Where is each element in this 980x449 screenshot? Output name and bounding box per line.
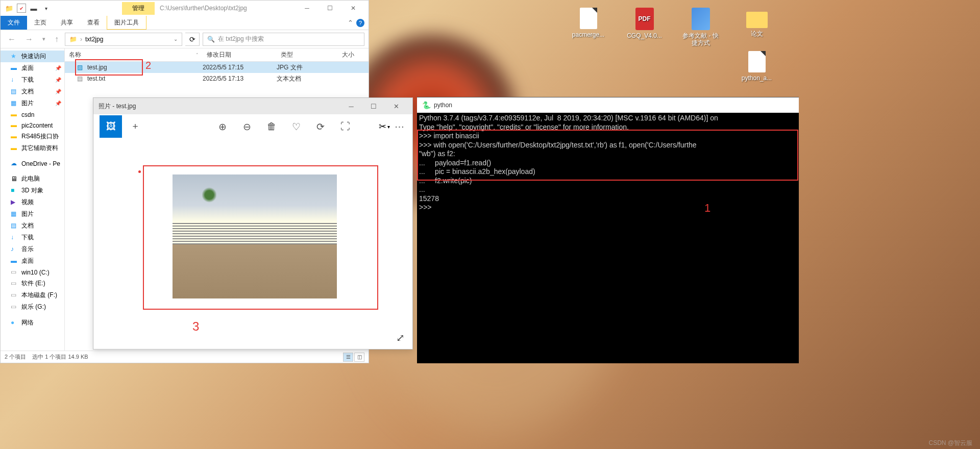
sidebar-icon: [11, 198, 18, 206]
rotate-icon[interactable]: ⟳: [309, 115, 332, 138]
col-name[interactable]: 名称˄: [65, 51, 203, 59]
sidebar-item[interactable]: 图片: [1, 208, 64, 220]
photos-window[interactable]: 照片 - test.jpg ─ ☐ ✕ 🖼 + ⊕ ⊖ 🗑 ♡ ⟳ ⛶ ✂▾ ⋯…: [93, 97, 413, 350]
pin-icon: 📌: [55, 89, 61, 94]
annotation-label-2: 2: [145, 60, 151, 71]
address-bar[interactable]: 📁›txt2jpg⌄: [65, 33, 182, 46]
ribbon-collapse-icon[interactable]: ⌃: [348, 19, 353, 27]
dash-icon[interactable]: ▬: [29, 4, 38, 13]
desktop-icon-pacmerge[interactable]: pacmerge...: [569, 8, 607, 47]
forward-button[interactable]: →: [22, 34, 36, 45]
up-button[interactable]: ↑: [52, 34, 62, 45]
desktop-icon-python[interactable]: python_a...: [738, 51, 776, 82]
ribbon-pictools[interactable]: 图片工具: [107, 16, 146, 30]
watermark: CSDN @智云服: [928, 439, 972, 447]
crop-icon[interactable]: ⛶: [334, 115, 356, 138]
zoom-in-icon[interactable]: ⊕: [211, 115, 234, 138]
sidebar-item[interactable]: 娱乐 (G:): [1, 301, 64, 313]
col-type[interactable]: 类型: [277, 51, 338, 59]
file-row[interactable]: test.txt2022/5/5 17:13文本文档: [65, 73, 369, 84]
sidebar-item[interactable]: 图片📌: [1, 97, 64, 109]
minimize-button[interactable]: ─: [340, 98, 362, 114]
maximize-button[interactable]: ☐: [318, 1, 341, 15]
file-icon: [77, 75, 84, 82]
sidebar-item[interactable]: 快速访问: [1, 51, 64, 62]
sidebar-item[interactable]: 文档📌: [1, 86, 64, 97]
folder-icon: 📁: [5, 4, 14, 13]
ribbon-share[interactable]: 共享: [54, 16, 80, 30]
desktop-icon-refs[interactable]: 参考文献 - 快捷方式: [681, 8, 720, 47]
sidebar-icon: [11, 175, 18, 183]
sidebar-item[interactable]: 桌面: [1, 255, 64, 267]
sidebar-item[interactable]: OneDrive - Pe: [1, 158, 64, 169]
checkbox-icon[interactable]: ✔: [17, 4, 26, 13]
delete-icon[interactable]: 🗑: [260, 115, 283, 138]
sidebar-item[interactable]: 下载📌: [1, 74, 64, 86]
sidebar-icon: [11, 303, 18, 311]
doc-icon: [692, 8, 710, 30]
sidebar-item[interactable]: 文档: [1, 220, 64, 232]
col-size[interactable]: 大小: [338, 51, 369, 59]
desktop-icon-cgq[interactable]: PDFCGQ_V4.0...: [625, 8, 664, 47]
file-row[interactable]: test.jpg2022/5/5 17:15JPG 文件: [65, 62, 369, 73]
terminal-titlebar[interactable]: python: [417, 97, 799, 113]
explorer-titlebar[interactable]: 📁 ✔ ▬ ▾ 管理 C:\Users\further\Desktop\txt2…: [1, 1, 369, 16]
column-headers[interactable]: 名称˄ 修改日期 类型 大小: [65, 48, 369, 62]
sidebar-item[interactable]: pic2content: [1, 120, 64, 131]
sidebar-item[interactable]: 其它辅助资料: [1, 142, 64, 154]
ribbon-view[interactable]: 查看: [80, 16, 107, 30]
qat-dropdown-icon[interactable]: ▾: [41, 4, 51, 13]
sidebar-icon: [11, 222, 18, 230]
collection-icon[interactable]: 🖼: [100, 115, 122, 138]
more-icon[interactable]: ⋯: [392, 115, 406, 138]
manage-tab[interactable]: 管理: [122, 2, 155, 15]
col-date[interactable]: 修改日期: [203, 51, 277, 59]
ribbon-file[interactable]: 文件: [1, 16, 27, 30]
sidebar-item[interactable]: 网络: [1, 317, 64, 329]
refresh-button[interactable]: ⟳: [185, 33, 200, 46]
sidebar-icon: [11, 245, 18, 253]
back-button[interactable]: ←: [5, 34, 19, 45]
photos-toolbar: 🖼 + ⊕ ⊖ 🗑 ♡ ⟳ ⛶ ✂▾ ⋯: [93, 114, 412, 139]
folder-icon: [746, 12, 768, 28]
close-button[interactable]: ✕: [341, 1, 364, 15]
history-dropdown-icon[interactable]: ▾: [39, 35, 48, 43]
sidebar-item[interactable]: csdn: [1, 109, 64, 120]
edit-icon[interactable]: ✂▾: [379, 121, 390, 132]
sidebar-item[interactable]: win10 (C:): [1, 267, 64, 278]
search-input[interactable]: 🔍在 txt2jpg 中搜索: [203, 33, 364, 46]
terminal-output[interactable]: Python 3.7.4 (tags/v3.7.4:e09359112e, Ju…: [417, 113, 799, 213]
view-large-icon[interactable]: ◫: [354, 353, 364, 362]
sidebar-icon: [11, 99, 18, 107]
sidebar-item[interactable]: 下载: [1, 232, 64, 243]
zoom-out-icon[interactable]: ⊖: [236, 115, 258, 138]
maximize-button[interactable]: ☐: [362, 98, 385, 114]
sidebar-item[interactable]: 此电脑: [1, 173, 64, 185]
photos-titlebar[interactable]: 照片 - test.jpg ─ ☐ ✕: [93, 98, 412, 114]
sidebar-item[interactable]: 软件 (E:): [1, 278, 64, 289]
chevron-down-icon[interactable]: ⌄: [174, 36, 178, 42]
add-button[interactable]: +: [124, 115, 146, 138]
sidebar-item[interactable]: 桌面📌: [1, 62, 64, 74]
favorite-icon[interactable]: ♡: [285, 115, 307, 138]
python-terminal-window[interactable]: python Python 3.7.4 (tags/v3.7.4:e093591…: [417, 97, 799, 363]
desktop-icon-thesis[interactable]: 论文: [738, 8, 776, 47]
view-details-icon[interactable]: ☰: [343, 353, 353, 362]
sidebar-item[interactable]: 本地磁盘 (F:): [1, 289, 64, 301]
desktop-icons-row2: python_a...: [681, 51, 776, 82]
help-icon[interactable]: ?: [356, 19, 364, 27]
sidebar-item[interactable]: 视频: [1, 196, 64, 208]
sidebar-item[interactable]: 3D 对象: [1, 185, 64, 196]
sidebar-item[interactable]: 音乐: [1, 243, 64, 255]
ribbon-home[interactable]: 主页: [27, 16, 54, 30]
minimize-button[interactable]: ─: [296, 1, 318, 15]
photos-canvas[interactable]: 3 ⤢: [93, 139, 412, 349]
sidebar-item[interactable]: RS485接口协: [1, 131, 64, 142]
status-bar: 2 个项目 选中 1 个项目 14.9 KB ☰◫: [1, 351, 369, 363]
sidebar[interactable]: 快速访问桌面📌下载📌文档📌图片📌csdnpic2contentRS485接口协其…: [1, 48, 65, 351]
close-button[interactable]: ✕: [385, 98, 407, 114]
sidebar-icon: [11, 111, 18, 118]
quick-access-toolbar: 📁 ✔ ▬ ▾: [5, 4, 51, 13]
expand-icon[interactable]: ⤢: [396, 332, 405, 344]
sidebar-icon: [11, 160, 18, 167]
